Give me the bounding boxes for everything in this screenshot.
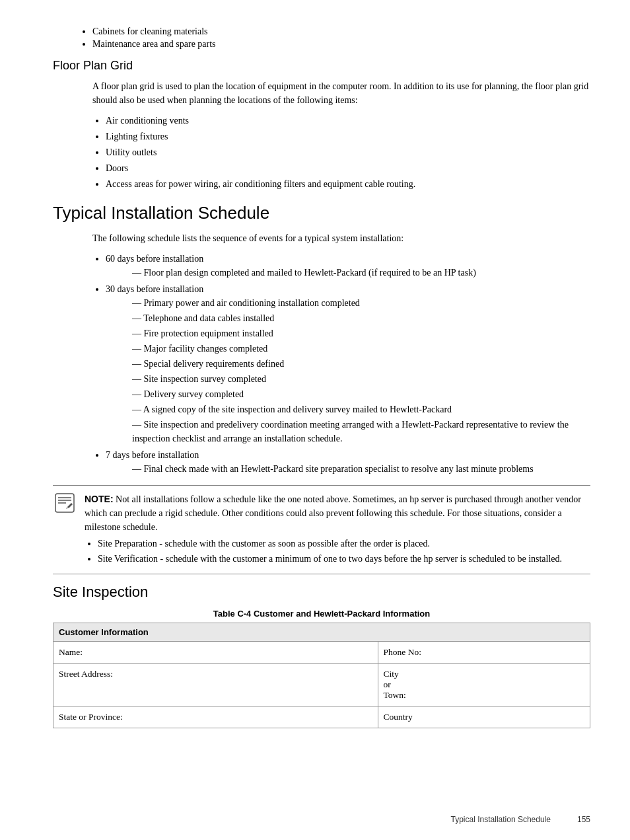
note-bullet-2: Site Verification - schedule with the cu… <box>98 552 590 566</box>
intro-bullet-2: Maintenance area and spare parts <box>92 39 590 50</box>
site-inspection-heading: Site Inspection <box>53 584 590 601</box>
schedule-7-sub-1: Final check made with an Hewlett-Packard… <box>132 462 590 476</box>
floor-plan-bullet-list: Air conditioning vents Lighting fixtures… <box>106 114 590 191</box>
schedule-30-sub-5: Special delivery requirements defined <box>132 357 590 371</box>
state-label: State or Province: <box>53 706 378 728</box>
phone-label: Phone No: <box>378 642 590 664</box>
floor-plan-heading: Floor Plan Grid <box>53 59 590 73</box>
schedule-60-sub: Floor plan design completed and mailed t… <box>132 266 590 280</box>
schedule-30-sub-7: Delivery survey completed <box>132 387 590 401</box>
schedule-30-label: 30 days before installation <box>106 284 203 294</box>
schedule-30-sub-8: A signed copy of the site inspection and… <box>132 402 590 416</box>
intro-bullet-list: Cabinets for cleaning materials Maintena… <box>92 26 590 50</box>
note-bullet-1: Site Preparation - schedule with the cus… <box>98 537 590 551</box>
schedule-30-sub-2: Telephone and data cables installed <box>132 311 590 325</box>
page-footer: Typical Installation Schedule 155 <box>451 815 590 824</box>
name-label: Name: <box>53 642 378 664</box>
schedule-30-sub: Primary power and air conditioning insta… <box>132 296 590 445</box>
schedule-7-label: 7 days before installation <box>106 450 199 460</box>
schedule-30-sub-9: Site inspection and predelivery coordina… <box>132 418 590 445</box>
schedule-30-sub-4: Major facility changes completed <box>132 342 590 356</box>
typical-schedule-heading: Typical Installation Schedule <box>53 203 590 223</box>
typical-schedule-intro: The following schedule lists the sequenc… <box>92 231 590 245</box>
schedule-30-sub-6: Site inspection survey completed <box>132 372 590 386</box>
schedule-7-sub: Final check made with an Hewlett-Packard… <box>132 462 590 476</box>
floor-plan-bullet-4: Doors <box>106 161 590 175</box>
city-label: City or Town: <box>378 664 590 706</box>
note-pencil-icon <box>54 492 75 514</box>
table-row: Street Address: City or Town: <box>53 664 590 706</box>
svg-marker-4 <box>67 503 73 508</box>
floor-plan-bullet-1: Air conditioning vents <box>106 114 590 128</box>
note-content: NOTE: Not all installations follow a sch… <box>85 492 590 567</box>
table-caption: Table C-4 Customer and Hewlett-Packard I… <box>53 609 590 619</box>
schedule-item-60: 60 days before installation Floor plan d… <box>106 252 590 280</box>
note-body: Not all installations follow a schedule … <box>85 494 581 532</box>
table-row: State or Province: Country <box>53 706 590 728</box>
schedule-30-sub-1: Primary power and air conditioning insta… <box>132 296 590 310</box>
svg-line-5 <box>67 507 67 509</box>
footer-section: Typical Installation Schedule <box>451 815 551 824</box>
schedule-60-sub-1: Floor plan design completed and mailed t… <box>132 266 590 280</box>
floor-plan-bullet-2: Lighting fixtures <box>106 130 590 143</box>
floor-plan-body: A floor plan grid is used to plan the lo… <box>92 79 590 107</box>
footer-page: 155 <box>577 815 590 824</box>
schedule-list: 60 days before installation Floor plan d… <box>106 252 590 476</box>
floor-plan-bullet-3: Utility outlets <box>106 145 590 159</box>
country-label: Country <box>378 706 590 728</box>
note-icon <box>53 492 77 517</box>
note-box: NOTE: Not all installations follow a sch… <box>53 485 590 574</box>
note-label: NOTE: <box>85 494 114 504</box>
schedule-item-7: 7 days before installation Final check m… <box>106 448 590 476</box>
table-header: Customer Information <box>53 623 590 642</box>
schedule-30-sub-3: Fire protection equipment installed <box>132 326 590 340</box>
intro-bullet-1: Cabinets for cleaning materials <box>92 26 590 37</box>
note-bullet-list: Site Preparation - schedule with the cus… <box>98 537 590 566</box>
table-row: Name: Phone No: <box>53 642 590 664</box>
customer-info-table: Customer Information Name: Phone No: Str… <box>53 623 590 728</box>
floor-plan-bullet-5: Access areas for power wiring, air condi… <box>106 177 590 191</box>
schedule-item-30: 30 days before installation Primary powe… <box>106 282 590 445</box>
street-label: Street Address: <box>53 664 378 706</box>
schedule-60-label: 60 days before installation <box>106 254 203 264</box>
